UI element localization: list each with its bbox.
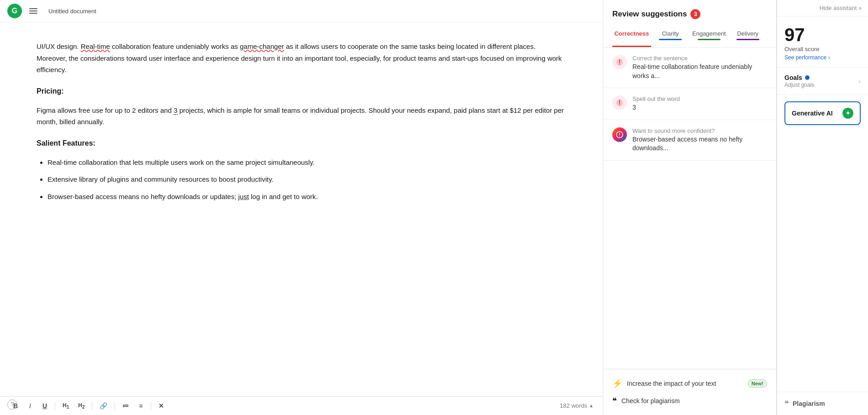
goals-text: Goals Adjust goals	[784, 74, 858, 88]
goals-subtitle: Adjust goals	[784, 82, 858, 88]
plagiarism-section[interactable]: ❝ Plagiarism	[777, 392, 868, 415]
score-panel: Hide assistant » 97 Overall score See pe…	[777, 0, 868, 415]
toolbar-divider-3	[115, 402, 115, 410]
tab-correctness[interactable]: Correctness	[612, 26, 651, 47]
review-tabs: Correctness Clarity Engagement Delivery	[612, 26, 767, 47]
impact-feature[interactable]: ⚡ Increase the impact of your text New!	[612, 375, 767, 392]
generative-ai-section[interactable]: Generative AI ✦	[784, 101, 861, 125]
toolbar-divider-4	[151, 402, 151, 410]
hamburger-menu-icon[interactable]	[27, 6, 39, 16]
suggestion-item-3[interactable]: Want to sound more confident? Browser-ba…	[603, 120, 776, 161]
goals-section[interactable]: Goals Adjust goals ›	[777, 68, 868, 95]
review-panel-body: Correct the sentence Real-time collabora…	[603, 47, 776, 369]
h1-button[interactable]: H1	[59, 400, 73, 411]
underlined-gamechanger: game-changer	[240, 42, 284, 50]
tab-engagement[interactable]: Engagement	[690, 26, 729, 47]
paragraph-intro: UI/UX design. Real-time collaboration fe…	[37, 41, 566, 76]
bullet-list: Real-time collaboration that lets multip…	[37, 157, 566, 203]
suggestion-item-1[interactable]: Correct the sentence Real-time collabora…	[603, 47, 776, 88]
tab-clarity[interactable]: Clarity	[651, 26, 690, 47]
hide-assistant-bar[interactable]: Hide assistant »	[777, 0, 868, 16]
quote-icon: ❝	[612, 396, 617, 406]
plagiarism-label: Plagiarism	[793, 400, 825, 407]
score-spacer	[777, 131, 868, 392]
see-performance-link[interactable]: See performance ›	[784, 54, 861, 61]
bullet-item-2: Extensive library of plugins and communi…	[47, 173, 566, 185]
review-title: Review suggestions 3	[612, 9, 767, 19]
suggestion-text-3: Want to sound more confident? Browser-ba…	[632, 127, 767, 153]
chevron-right-icon: ›	[828, 54, 830, 61]
goals-title: Goals	[784, 74, 858, 81]
word-count: 182 words ▲	[560, 402, 594, 409]
toolbar-divider-2	[92, 402, 92, 410]
underlined-realtime: Real-time	[81, 42, 110, 50]
bullet-item-3: Browser-based access means no hefty down…	[47, 191, 566, 203]
editor-toolbar: B I U H1 H2 🔗 ≔ ≡ ✕ 182 words ▲	[0, 396, 603, 415]
lightning-icon: ⚡	[612, 378, 622, 389]
svg-point-3	[619, 105, 620, 105]
document-title: Untitled document	[48, 8, 96, 15]
double-chevron-right-icon: »	[858, 5, 862, 11]
suggestion-text-1: Correct the sentence Real-time collabora…	[632, 55, 767, 80]
grammarly-logo: G	[7, 4, 22, 18]
paragraph-pricing: Figma allows free use for up to 2 editor…	[37, 105, 566, 128]
panel-bottom: ⚡ Increase the impact of your text New! …	[603, 369, 776, 415]
toolbar-divider-1	[55, 402, 55, 410]
generative-ai-label: Generative AI	[792, 110, 839, 117]
editor-content[interactable]: UI/UX design. Real-time collaboration fe…	[0, 22, 603, 396]
underlined-just: just	[238, 193, 249, 200]
suggestion-icon-1	[612, 55, 627, 69]
clear-formatting-button[interactable]: ✕	[155, 400, 168, 411]
goals-dot	[805, 75, 810, 80]
overall-score-label: Overall score	[784, 46, 861, 53]
score-section: 97 Overall score See performance ›	[777, 16, 868, 68]
bullet-list-button[interactable]: ≡	[134, 400, 147, 411]
suggestion-item-2[interactable]: Spell out the word 3	[603, 88, 776, 120]
help-icon[interactable]: ?	[7, 399, 17, 410]
tab-delivery[interactable]: Delivery	[728, 26, 767, 47]
italic-button[interactable]: I	[24, 400, 37, 411]
goals-chevron-right-icon: ›	[858, 78, 861, 85]
new-badge: New!	[748, 379, 767, 388]
suggestion-icon-3	[612, 127, 627, 142]
heading-salient: Salient Features:	[37, 137, 566, 149]
link-button[interactable]: 🔗	[96, 400, 111, 411]
suggestion-text-2: Spell out the word 3	[632, 95, 767, 112]
suggestion-count-badge: 3	[690, 9, 700, 19]
review-panel-header: Review suggestions 3 Correctness Clarity…	[603, 0, 776, 47]
heading-pricing: Pricing:	[37, 85, 566, 97]
review-panel: Review suggestions 3 Correctness Clarity…	[603, 0, 777, 415]
generative-ai-icon: ✦	[842, 108, 853, 119]
plagiarism-check-feature[interactable]: ❝ Check for plagiarism	[612, 392, 767, 410]
h2-button[interactable]: H2	[74, 400, 88, 411]
editor-topbar: G Untitled document	[0, 0, 603, 22]
underlined-3: 3	[174, 106, 177, 115]
overall-score-number: 97	[784, 26, 861, 44]
editor-area: G Untitled document UI/UX design. Real-t…	[0, 0, 603, 415]
bullet-item-1: Real-time collaboration that lets multip…	[47, 157, 566, 168]
underline-button[interactable]: U	[38, 400, 51, 411]
suggestion-icon-2	[612, 95, 627, 110]
plagiarism-icon: ❝	[784, 399, 789, 409]
word-count-chevron: ▲	[589, 403, 594, 408]
numbered-list-button[interactable]: ≔	[119, 400, 132, 411]
svg-point-1	[619, 63, 620, 64]
